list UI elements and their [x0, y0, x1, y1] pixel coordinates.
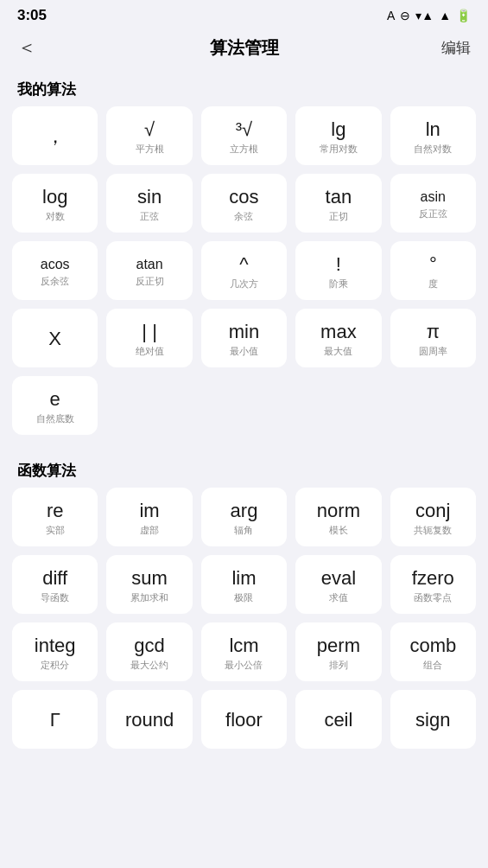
grid-item[interactable]: Γ: [12, 690, 98, 749]
grid-item[interactable]: norm模长: [295, 488, 381, 546]
item-sub: 累加求和: [130, 592, 168, 603]
item-sub: 反正切: [136, 276, 164, 287]
grid-item[interactable]: gcd最大公约: [106, 622, 192, 681]
item-sub: 模长: [329, 525, 348, 536]
grid-item[interactable]: lg常用对数: [295, 106, 381, 165]
item-main: sum: [131, 567, 168, 590]
minus-icon: ⊖: [400, 9, 410, 22]
item-main: ^: [239, 253, 248, 276]
item-sub: 排列: [329, 660, 348, 671]
grid-item[interactable]: ，: [12, 106, 98, 165]
item-sub: 阶乘: [329, 278, 348, 290]
item-main: sin: [137, 186, 162, 208]
item-main: ³√: [236, 118, 252, 141]
grid-item[interactable]: √平方根: [106, 106, 192, 165]
item-main: | |: [142, 321, 157, 343]
status-bar: 3:05 A ⊖ ▾▲ ▲ 🔋: [0, 0, 488, 28]
item-main: round: [125, 709, 174, 731]
grid-item[interactable]: asin反正弦: [390, 174, 476, 233]
grid-item[interactable]: ³√立方根: [201, 106, 287, 165]
item-sub: 几次方: [230, 278, 258, 290]
item-sub: 最小值: [230, 346, 258, 357]
item-main: π: [427, 321, 440, 343]
grid-item[interactable]: im虚部: [106, 488, 192, 546]
grid-item[interactable]: floor: [201, 690, 287, 749]
item-main: ，: [46, 125, 65, 148]
item-main: integ: [35, 635, 76, 657]
grid-item[interactable]: | |绝对值: [106, 309, 192, 367]
func-algorithms-label: 函数算法: [0, 452, 488, 488]
grid-item[interactable]: max最大值: [295, 309, 381, 367]
item-sub: 函数零点: [414, 592, 452, 603]
grid-item[interactable]: comb组合: [390, 622, 476, 681]
grid-item[interactable]: atan反正切: [106, 241, 192, 300]
item-main: acos: [41, 256, 70, 272]
grid-item[interactable]: conj共轭复数: [390, 488, 476, 546]
item-sub: 反正弦: [419, 208, 447, 220]
my-algorithms-grid: ，√平方根³√立方根lg常用对数ln自然对数log对数sin正弦cos余弦tan…: [0, 106, 488, 444]
grid-item[interactable]: cos余弦: [201, 174, 287, 233]
grid-item[interactable]: ln自然对数: [390, 106, 476, 165]
grid-item[interactable]: π圆周率: [390, 309, 476, 367]
item-main: floor: [225, 709, 263, 731]
item-main: min: [229, 321, 259, 343]
grid-item[interactable]: log对数: [12, 174, 98, 233]
status-time: 3:05: [17, 7, 47, 24]
grid-item[interactable]: diff导函数: [12, 555, 98, 614]
grid-item[interactable]: round: [106, 690, 192, 749]
item-sub: 实部: [46, 525, 65, 536]
grid-item[interactable]: perm排列: [295, 622, 381, 681]
battery-icon: 🔋: [456, 9, 471, 22]
grid-item[interactable]: !阶乘: [295, 241, 381, 300]
signal-icon: ▲: [439, 9, 451, 22]
grid-item[interactable]: lcm最小公倍: [201, 622, 287, 681]
grid-item[interactable]: fzero函数零点: [390, 555, 476, 614]
grid-item[interactable]: arg辐角: [201, 488, 287, 546]
grid-item[interactable]: sign: [390, 690, 476, 749]
item-sub: 定积分: [41, 660, 69, 671]
grid-item[interactable]: tan正切: [295, 174, 381, 233]
item-main: gcd: [134, 635, 164, 657]
grid-item[interactable]: sum累加求和: [106, 555, 192, 614]
grid-item[interactable]: ^几次方: [201, 241, 287, 300]
item-sub: 辐角: [234, 525, 253, 536]
item-sub: 求值: [329, 592, 348, 603]
item-main: log: [42, 186, 67, 208]
grid-item[interactable]: e自然底数: [12, 376, 98, 435]
item-main: norm: [317, 500, 360, 522]
sim-icon: A: [387, 9, 395, 22]
item-main: e: [50, 388, 60, 411]
item-sub: 导函数: [41, 592, 69, 603]
grid-item[interactable]: lim极限: [201, 555, 287, 614]
status-icons: A ⊖ ▾▲ ▲ 🔋: [387, 9, 471, 22]
item-main: √: [144, 118, 155, 141]
grid-item[interactable]: °度: [390, 241, 476, 300]
grid-item[interactable]: eval求值: [295, 555, 381, 614]
edit-button[interactable]: 编辑: [436, 38, 471, 58]
divider: [0, 444, 488, 452]
item-main: ln: [426, 118, 440, 141]
item-main: perm: [317, 635, 360, 657]
item-sub: 常用对数: [320, 144, 358, 155]
grid-item[interactable]: min最小值: [201, 309, 287, 367]
wifi-icon: ▾▲: [415, 9, 434, 22]
grid-item[interactable]: X: [12, 309, 98, 367]
back-button[interactable]: ＜: [17, 35, 52, 61]
item-sub: 绝对值: [136, 346, 164, 357]
item-main: °: [429, 253, 437, 276]
item-sub: 自然底数: [36, 413, 74, 424]
item-sub: 余弦: [234, 211, 253, 222]
item-sub: 圆周率: [419, 346, 447, 357]
item-main: arg: [231, 500, 258, 522]
grid-item[interactable]: integ定积分: [12, 622, 98, 681]
grid-item[interactable]: re实部: [12, 488, 98, 546]
item-sub: 虚部: [140, 525, 159, 536]
item-main: conj: [415, 500, 450, 522]
item-main: sign: [415, 709, 450, 731]
grid-item[interactable]: sin正弦: [106, 174, 192, 233]
item-sub: 最大公约: [130, 660, 168, 671]
grid-item[interactable]: ceil: [295, 690, 381, 749]
grid-item[interactable]: acos反余弦: [12, 241, 98, 300]
item-main: !: [336, 253, 341, 276]
item-main: fzero: [412, 567, 454, 590]
